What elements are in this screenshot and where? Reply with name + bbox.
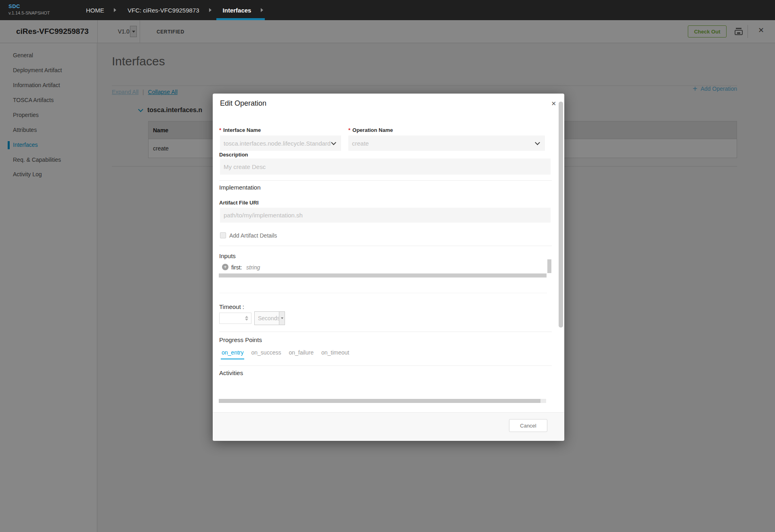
divider	[219, 180, 552, 181]
tab-on-entry[interactable]: on_entry	[221, 349, 244, 359]
top-nav-bar: SDC v.1.14.5-SNAPSHOT HOME VFC: ciRes-VF…	[0, 0, 775, 20]
cancel-button[interactable]: Cancel	[509, 419, 547, 432]
activities-heading: Activities	[219, 369, 243, 376]
required-asterisk: *	[219, 127, 221, 133]
breadcrumb-arrow-icon	[114, 8, 116, 12]
breadcrumb-arrow-icon	[209, 8, 212, 12]
timeout-unit-select[interactable]: Seconds	[254, 311, 285, 325]
timeout-label: Timeout :	[219, 303, 244, 310]
edit-operation-modal: Edit Operation ✕ *Interface Name *Operat…	[213, 94, 564, 441]
tab-on-timeout[interactable]: on_timeout	[320, 349, 350, 359]
input-row-type: string	[246, 264, 260, 271]
spinner-down-icon[interactable]	[245, 319, 248, 321]
artifact-file-uri-label: Artifact File URI	[219, 200, 259, 206]
inputs-vertical-scrollbar[interactable]	[547, 259, 551, 273]
timeout-unit-value: Seconds	[258, 315, 280, 321]
tab-vfc[interactable]: VFC: ciRes-VFC99259873	[128, 7, 199, 14]
app-version: v.1.14.5-SNAPSHOT	[8, 10, 50, 15]
select-arrow	[279, 312, 285, 325]
spinner-up-icon[interactable]	[245, 316, 248, 318]
operation-name-select[interactable]: create	[348, 136, 545, 151]
interface-name-label: *Interface Name	[219, 127, 261, 133]
tab-interfaces[interactable]: Interfaces	[223, 7, 251, 14]
modal-close-icon[interactable]: ✕	[551, 100, 556, 107]
breadcrumb-arrow-icon	[261, 8, 263, 12]
add-artifact-details-label: Add Artifact Details	[229, 232, 277, 239]
input-row-name[interactable]: first:	[231, 264, 242, 271]
modal-vertical-scrollbar[interactable]	[559, 102, 563, 328]
divider	[219, 293, 547, 293]
app-logo: SDC v.1.14.5-SNAPSHOT	[8, 3, 50, 15]
description-label: Description	[219, 152, 248, 158]
required-asterisk: *	[348, 127, 350, 133]
tab-home[interactable]: HOME	[86, 7, 104, 14]
chevron-down-icon	[331, 140, 336, 145]
interface-name-label-text: Interface Name	[223, 127, 261, 133]
caret-down-icon	[281, 317, 283, 319]
progress-points-heading: Progress Points	[219, 336, 262, 343]
divider	[219, 332, 552, 332]
logo-text: SDC	[8, 3, 50, 9]
modal-horizontal-scrollbar[interactable]	[219, 399, 540, 403]
divider	[219, 246, 552, 246]
implementation-heading: Implementation	[219, 184, 261, 191]
artifact-file-uri-input[interactable]: path/to/my/implementation.sh	[220, 208, 551, 223]
tab-on-success[interactable]: on_success	[250, 349, 282, 359]
modal-horizontal-scrollbar-track	[540, 399, 546, 403]
add-artifact-details-checkbox[interactable]	[220, 232, 226, 238]
chevron-down-icon	[535, 140, 540, 145]
inputs-heading: Inputs	[219, 252, 236, 259]
add-input-icon[interactable]: +	[222, 264, 228, 270]
progress-points-tabs: on_entry on_success on_failure on_timeou…	[221, 349, 350, 359]
operation-name-value: create	[352, 140, 369, 147]
tab-on-failure[interactable]: on_failure	[288, 349, 314, 359]
operation-name-label: *Operation Name	[348, 127, 393, 133]
interface-name-select[interactable]: tosca.interfaces.node.lifecycle.Standard	[220, 136, 341, 151]
operation-name-label-text: Operation Name	[352, 127, 393, 133]
divider	[219, 365, 552, 366]
timeout-number-input[interactable]	[219, 313, 251, 324]
description-textarea[interactable]: My create Desc	[220, 159, 551, 175]
interface-name-value: tosca.interfaces.node.lifecycle.Standard	[224, 140, 331, 147]
modal-title: Edit Operation	[220, 99, 266, 108]
breadcrumb: HOME VFC: ciRes-VFC99259873 Interfaces	[86, 0, 274, 20]
modal-footer: Cancel	[213, 412, 564, 441]
inputs-horizontal-scrollbar[interactable]	[219, 273, 547, 277]
